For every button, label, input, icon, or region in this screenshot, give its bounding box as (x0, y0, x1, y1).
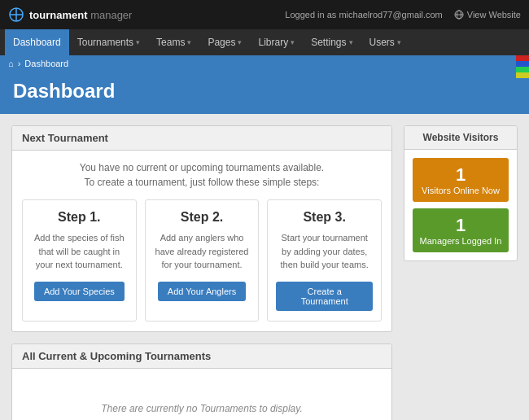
add-species-button[interactable]: Add Your Species (34, 282, 125, 301)
chevron-down-icon: ▾ (349, 38, 353, 46)
create-tournament-button[interactable]: Create a Tournament (276, 282, 373, 311)
add-anglers-button[interactable]: Add Your Anglers (158, 282, 246, 301)
step-2-title: Step 2. (154, 210, 251, 225)
all-tournaments-header: All Current & Upcoming Tournaments (12, 344, 391, 369)
globe-icon (454, 10, 464, 20)
nav-item-pages[interactable]: Pages ▾ (199, 29, 250, 55)
step-1-box: Step 1. Add the species of fish that wil… (22, 199, 137, 322)
logo-icon (8, 7, 24, 23)
nav-item-library[interactable]: Library ▾ (250, 29, 303, 55)
breadcrumb: ⌂ › Dashboard (0, 55, 529, 72)
top-right-bar: Logged in as michaelrod77@gmail.com View… (285, 10, 521, 20)
nav-item-users[interactable]: Users ▾ (361, 29, 409, 55)
color-swatch (516, 55, 529, 78)
next-tournament-header: Next Tournament (12, 126, 391, 151)
step-2-desc: Add any anglers who have already registe… (154, 231, 251, 272)
managers-logged-badge: 1 Managers Logged In (413, 208, 509, 252)
nav-item-tournaments[interactable]: Tournaments ▾ (69, 29, 148, 55)
no-tournaments-text: There are currently no Tournaments to di… (22, 378, 382, 421)
step-1-desc: Add the species of fish that will be cau… (31, 231, 128, 272)
logo-text: tournament manager (29, 9, 132, 21)
all-tournaments-card: All Current & Upcoming Tournaments There… (11, 343, 392, 421)
chevron-down-icon: ▾ (136, 38, 140, 46)
page-title: Dashboard (13, 80, 516, 103)
next-tournament-card: Next Tournament You have no current or u… (11, 125, 392, 332)
step-2-box: Step 2. Add any anglers who have already… (145, 199, 260, 322)
swatch-yellow (516, 72, 529, 78)
step-1-title: Step 1. (31, 210, 128, 225)
right-sidebar: Website Visitors 1 Visitors Online Now 1… (404, 125, 518, 261)
step-3-desc: Start your tournament by adding your dat… (276, 231, 373, 272)
logged-in-text: Logged in as michaelrod77@gmail.com (285, 10, 442, 20)
logo-area: tournament manager (8, 7, 132, 23)
chevron-down-icon: ▾ (291, 38, 295, 46)
swatch-red (516, 55, 529, 61)
visitors-online-label: Visitors Online Now (422, 186, 500, 195)
swatch-blue (516, 61, 529, 67)
nav-item-dashboard[interactable]: Dashboard (5, 29, 69, 55)
steps-intro: You have no current or upcoming tourname… (22, 160, 382, 190)
chevron-down-icon: ▾ (238, 38, 242, 46)
managers-logged-count: 1 (418, 215, 504, 236)
left-panel: Next Tournament You have no current or u… (11, 125, 392, 420)
managers-logged-label: Managers Logged In (420, 236, 502, 246)
chevron-down-icon: ▾ (187, 38, 191, 46)
step-3-box: Step 3. Start your tournament by adding … (267, 199, 382, 322)
website-visitors-card: Website Visitors 1 Visitors Online Now 1… (404, 125, 518, 261)
view-website-link[interactable]: View Website (454, 10, 521, 20)
steps-grid: Step 1. Add the species of fish that wil… (22, 199, 382, 322)
main-content: Next Tournament You have no current or u… (0, 114, 529, 420)
breadcrumb-link[interactable]: Dashboard (24, 59, 68, 68)
breadcrumb-separator: › (18, 59, 21, 68)
nav-bar: Dashboard Tournaments ▾ Teams ▾ Pages ▾ … (0, 29, 529, 55)
page-header: Dashboard (0, 72, 529, 114)
website-visitors-header: Website Visitors (404, 126, 517, 150)
next-tournament-body: You have no current or upcoming tourname… (12, 151, 391, 331)
top-bar: tournament manager Logged in as michaelr… (0, 0, 529, 29)
home-icon: ⌂ (8, 59, 14, 68)
all-tournaments-body: There are currently no Tournaments to di… (12, 369, 391, 421)
swatch-green (516, 67, 529, 72)
visitors-online-badge: 1 Visitors Online Now (413, 158, 509, 202)
chevron-down-icon: ▾ (397, 38, 401, 46)
visitors-online-count: 1 (418, 164, 504, 186)
website-visitors-body: 1 Visitors Online Now 1 Managers Logged … (404, 150, 517, 260)
nav-item-teams[interactable]: Teams ▾ (148, 29, 199, 55)
step-3-title: Step 3. (276, 210, 373, 225)
nav-item-settings[interactable]: Settings ▾ (303, 29, 361, 55)
view-website-anchor[interactable]: View Website (467, 10, 521, 20)
